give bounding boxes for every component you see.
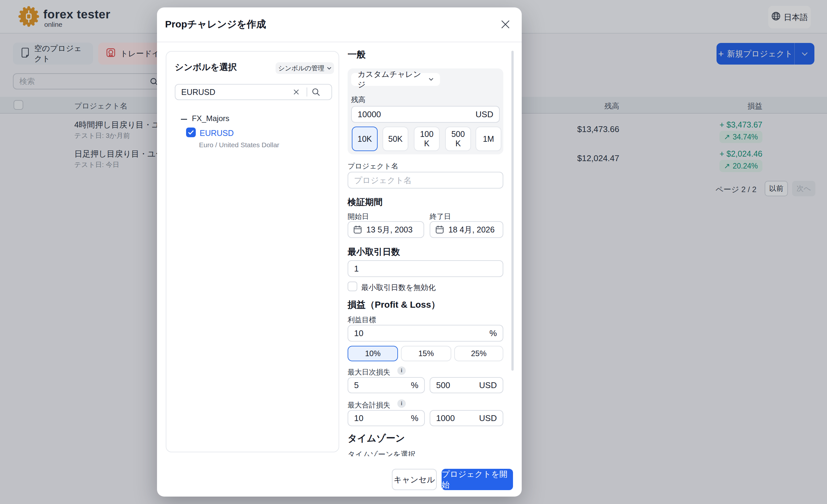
general-heading: 一般 bbox=[348, 48, 366, 61]
balance-preset-1m[interactable]: 1M bbox=[476, 127, 501, 151]
max-total-loss-pct-field: % bbox=[348, 410, 425, 426]
balance-preset-10k[interactable]: 10K bbox=[352, 127, 378, 151]
max-total-loss-label: 最大合計損失 bbox=[348, 400, 390, 410]
target-preset-10[interactable]: 10% bbox=[348, 346, 398, 361]
start-project-button[interactable]: プロジェクトを開始 bbox=[442, 469, 513, 490]
target-preset-15[interactable]: 15% bbox=[401, 346, 451, 361]
max-daily-loss-label: 最大日次損失 bbox=[348, 367, 390, 377]
balance-preset-100k[interactable]: 100 K bbox=[414, 127, 440, 151]
percent-suffix: % bbox=[411, 413, 418, 423]
info-icon[interactable]: i bbox=[397, 366, 406, 375]
balance-input[interactable] bbox=[357, 107, 461, 122]
search-icon[interactable] bbox=[311, 87, 321, 97]
percent-suffix: % bbox=[411, 380, 418, 390]
test-period-heading: 検証期間 bbox=[348, 196, 383, 208]
min-trading-days-input[interactable] bbox=[354, 261, 462, 276]
modal-scrollbar[interactable] bbox=[512, 51, 514, 371]
collapse-group-icon[interactable] bbox=[181, 119, 187, 120]
calendar-icon bbox=[435, 225, 444, 234]
check-icon bbox=[188, 130, 194, 135]
symbol-search-field[interactable] bbox=[175, 84, 332, 100]
manage-symbols-label: シンボルの管理 bbox=[278, 64, 324, 72]
app-root: forex tester online 日本語 空のプロジェクト bbox=[0, 0, 827, 504]
balance-label: 残高 bbox=[351, 95, 366, 105]
create-prop-challenge-modal: Propチャレンジを作成 シンボルを選択 シンボルの管理 bbox=[157, 7, 522, 497]
percent-suffix: % bbox=[489, 329, 497, 338]
challenge-type-dropdown[interactable]: カスタムチャレンジ bbox=[351, 73, 440, 86]
symbol-select-panel: シンボルを選択 シンボルの管理 FX_Majors EURUSD bbox=[166, 51, 339, 452]
disable-min-days-label: 最小取引日数を無効化 bbox=[361, 283, 436, 293]
settings-scroll-area: 一般 カスタムチャレンジ 残高 USD 10K 50K 100 K 500 K … bbox=[346, 42, 508, 456]
usd-suffix: USD bbox=[479, 380, 497, 390]
max-total-loss-usd-field: USD bbox=[430, 410, 503, 426]
symbol-label[interactable]: EURUSD bbox=[200, 129, 234, 138]
start-date-label: 開始日 bbox=[348, 212, 369, 221]
clear-search-icon[interactable] bbox=[292, 88, 301, 97]
min-trading-days-heading: 最小取引日数 bbox=[348, 246, 400, 258]
calendar-icon bbox=[353, 225, 362, 234]
modal-title: Propチャレンジを作成 bbox=[165, 18, 266, 31]
profit-target-input[interactable] bbox=[354, 325, 462, 341]
disable-min-days-checkbox[interactable] bbox=[348, 282, 357, 291]
search-divider bbox=[306, 88, 307, 97]
info-icon[interactable]: i bbox=[397, 399, 406, 408]
profit-target-field: % bbox=[348, 325, 503, 342]
max-daily-loss-usd-field: USD bbox=[430, 377, 503, 393]
timezone-select-label: タイムゾーンを選択 bbox=[348, 449, 416, 456]
start-date-value: 13 5月, 2003 bbox=[366, 224, 412, 235]
max-total-loss-pct-input[interactable] bbox=[354, 411, 407, 425]
balance-currency: USD bbox=[476, 109, 493, 119]
symbol-description: Euro / United States Dollar bbox=[199, 141, 280, 149]
project-name-label: プロジェクト名 bbox=[348, 161, 398, 171]
target-preset-25[interactable]: 25% bbox=[454, 346, 503, 361]
chevron-down-icon bbox=[429, 78, 434, 81]
start-date-picker[interactable]: 13 5月, 2003 bbox=[348, 221, 424, 238]
cancel-button[interactable]: キャンセル bbox=[392, 469, 437, 490]
max-daily-loss-pct-field: % bbox=[348, 377, 425, 393]
project-name-field bbox=[348, 172, 503, 189]
balance-preset-500k[interactable]: 500 K bbox=[445, 127, 471, 151]
end-date-picker[interactable]: 18 4月, 2026 bbox=[430, 221, 503, 238]
profit-target-label: 利益目標 bbox=[348, 315, 376, 325]
timezone-heading: タイムゾーン bbox=[348, 432, 405, 445]
min-trading-days-field bbox=[348, 260, 503, 277]
close-icon[interactable] bbox=[499, 18, 512, 31]
usd-suffix: USD bbox=[479, 413, 497, 423]
max-daily-loss-pct-input[interactable] bbox=[354, 378, 407, 393]
manage-symbols-button[interactable]: シンボルの管理 bbox=[276, 62, 334, 74]
symbol-search-input[interactable] bbox=[181, 85, 288, 99]
symbol-checkbox-checked[interactable] bbox=[186, 128, 196, 137]
project-name-input[interactable] bbox=[354, 172, 462, 188]
chevron-down-icon bbox=[327, 67, 332, 70]
symbol-select-title: シンボルを選択 bbox=[175, 61, 237, 73]
profit-loss-heading: 損益（Profit & Loss） bbox=[348, 299, 440, 311]
end-date-label: 終了日 bbox=[430, 212, 451, 221]
challenge-type-value: カスタムチャレンジ bbox=[357, 69, 429, 90]
balance-field: USD bbox=[351, 106, 500, 123]
symbol-group-label[interactable]: FX_Majors bbox=[192, 114, 229, 123]
end-date-value: 18 4月, 2026 bbox=[448, 224, 495, 235]
balance-preset-50k[interactable]: 50K bbox=[383, 127, 408, 151]
